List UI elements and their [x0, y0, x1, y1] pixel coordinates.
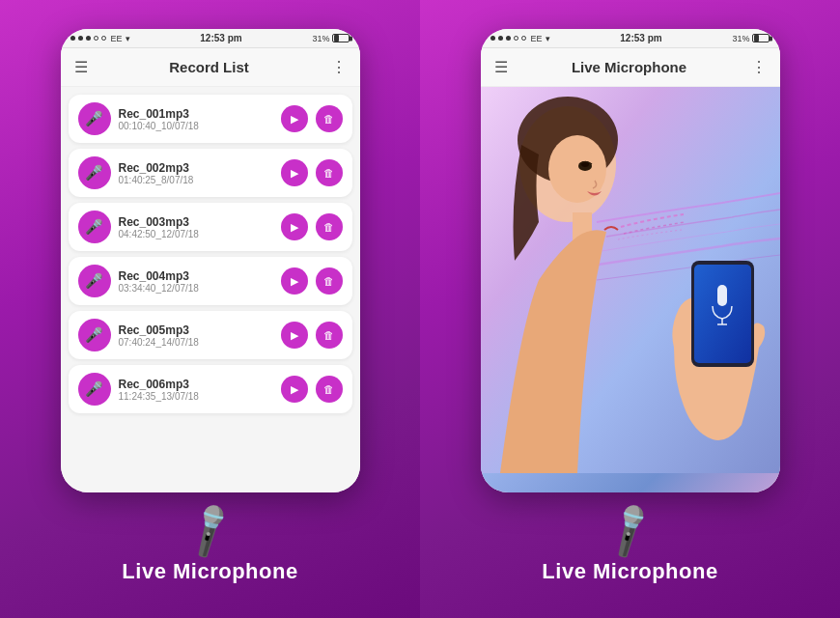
delete-btn-1[interactable]: 🗑 — [316, 105, 343, 132]
left-status-bar: EE ▾ 12:53 pm 31% — [61, 29, 360, 48]
r-signal-dot-1 — [490, 36, 495, 41]
left-app-header: ☰ Record List ⋮ — [61, 48, 360, 87]
record-name-6: Rec_006mp3 — [119, 378, 273, 391]
right-battery-pct: 31% — [732, 34, 749, 43]
right-battery-fill — [754, 35, 759, 42]
record-time-2: 01:40:25_8/07/18 — [119, 175, 273, 185]
record-info-2: Rec_002mp3 01:40:25_8/07/18 — [119, 161, 273, 185]
play-btn-3[interactable]: ▶ — [281, 213, 308, 240]
mic-icon-2: 🎤 — [78, 156, 111, 189]
mic-icon-4: 🎤 — [78, 265, 111, 297]
left-header-title: Record List — [88, 59, 331, 75]
record-info-4: Rec_004mp3 03:34:40_12/07/18 — [119, 269, 273, 294]
mic-icon-6: 🎤 — [78, 373, 111, 406]
record-item-1: 🎤 Rec_001mp3 00:10:40_10/07/18 ▶ 🗑 — [69, 95, 352, 143]
right-bottom-section: 🎤 Live Microphone — [542, 492, 717, 596]
mic-icon-3: 🎤 — [78, 211, 111, 243]
right-more-icon[interactable]: ⋮ — [751, 58, 767, 76]
hero-image — [481, 87, 780, 492]
svg-rect-8 — [694, 265, 751, 363]
record-item-6: 🎤 Rec_006mp3 11:24:35_13/07/18 ▶ 🗑 — [69, 365, 352, 413]
mic-icon-1: 🎤 — [78, 102, 111, 135]
right-app-header: ☰ Live Microphone ⋮ — [481, 48, 780, 87]
signal-dot-1 — [70, 36, 75, 41]
right-carrier-label: EE — [531, 34, 543, 43]
record-item-2: 🎤 Rec_002mp3 01:40:25_8/07/18 ▶ 🗑 — [69, 149, 352, 197]
left-mic-large-icon: 🎤 — [178, 499, 242, 563]
delete-btn-6[interactable]: 🗑 — [316, 376, 343, 403]
right-panel: EE ▾ 12:53 pm 31% ☰ Live Microphone ⋮ — [420, 0, 840, 618]
delete-btn-3[interactable]: 🗑 — [316, 213, 343, 240]
record-info-5: Rec_005mp3 07:40:24_14/07/18 — [119, 323, 273, 348]
record-info-1: Rec_001mp3 00:10:40_10/07/18 — [119, 107, 273, 131]
right-phone-frame: EE ▾ 12:53 pm 31% ☰ Live Microphone ⋮ — [481, 29, 780, 492]
record-time-5: 07:40:24_14/07/18 — [119, 337, 273, 348]
record-time-4: 03:34:40_12/07/18 — [119, 283, 273, 294]
wifi-icon: ▾ — [126, 34, 130, 43]
play-btn-5[interactable]: ▶ — [281, 322, 308, 349]
right-status-left: EE ▾ — [490, 34, 550, 43]
r-signal-dot-2 — [498, 36, 503, 41]
signal-dot-3 — [86, 36, 91, 41]
right-battery-icon — [752, 34, 770, 42]
r-signal-dot-5 — [521, 36, 526, 41]
svg-rect-9 — [717, 285, 727, 306]
record-info-3: Rec_003mp3 04:42:50_12/07/18 — [119, 215, 273, 239]
delete-btn-4[interactable]: 🗑 — [316, 267, 343, 295]
left-phone-frame: EE ▾ 12:53 pm 31% ☰ Record List ⋮ 🎤 Rec_… — [61, 29, 360, 492]
right-app-title: Live Microphone — [542, 559, 717, 584]
record-name-3: Rec_003mp3 — [119, 215, 273, 229]
play-btn-1[interactable]: ▶ — [281, 105, 308, 132]
right-mic-large-icon: 🎤 — [598, 499, 662, 563]
right-hamburger-menu[interactable]: ☰ — [494, 58, 508, 76]
signal-dot-4 — [94, 36, 98, 41]
battery-fill — [334, 35, 339, 42]
record-list: 🎤 Rec_001mp3 00:10:40_10/07/18 ▶ 🗑 🎤 Rec… — [61, 87, 360, 492]
battery-icon — [332, 34, 350, 42]
record-name-5: Rec_005mp3 — [119, 323, 273, 337]
carrier-label: EE — [111, 34, 123, 43]
signal-dot-2 — [78, 36, 83, 41]
right-time: 12:53 pm — [620, 33, 661, 43]
right-status-right: 31% — [732, 34, 770, 43]
record-name-4: Rec_004mp3 — [119, 269, 273, 283]
left-app-title: Live Microphone — [122, 559, 297, 584]
delete-btn-2[interactable]: 🗑 — [316, 159, 343, 186]
hamburger-menu[interactable]: ☰ — [74, 58, 88, 76]
record-time-1: 00:10:40_10/07/18 — [119, 121, 273, 131]
right-wifi-icon: ▾ — [546, 34, 550, 43]
play-btn-2[interactable]: ▶ — [281, 159, 308, 186]
record-info-6: Rec_006mp3 11:24:35_13/07/18 — [119, 378, 273, 402]
record-time-6: 11:24:35_13/07/18 — [119, 391, 273, 402]
left-time: 12:53 pm — [200, 33, 241, 43]
play-btn-4[interactable]: ▶ — [281, 267, 308, 295]
play-btn-6[interactable]: ▶ — [281, 376, 308, 403]
r-signal-dot-3 — [506, 36, 511, 41]
signal-dot-5 — [101, 36, 106, 41]
r-signal-dot-4 — [514, 36, 518, 41]
status-right: 31% — [312, 34, 350, 43]
record-time-3: 04:42:50_12/07/18 — [119, 229, 273, 239]
hero-svg — [481, 87, 780, 473]
record-item-3: 🎤 Rec_003mp3 04:42:50_12/07/18 ▶ 🗑 — [69, 203, 352, 251]
record-item-4: 🎤 Rec_004mp3 03:34:40_12/07/18 ▶ 🗑 — [69, 257, 352, 305]
record-name-1: Rec_001mp3 — [119, 107, 273, 121]
mic-icon-5: 🎤 — [78, 319, 111, 351]
left-bottom-section: 🎤 Live Microphone — [122, 492, 297, 596]
left-more-icon[interactable]: ⋮ — [331, 58, 347, 76]
right-header-title: Live Microphone — [508, 59, 751, 75]
svg-point-3 — [548, 135, 606, 203]
record-name-2: Rec_002mp3 — [119, 161, 273, 175]
battery-pct: 31% — [312, 34, 329, 43]
left-panel: EE ▾ 12:53 pm 31% ☰ Record List ⋮ 🎤 Rec_… — [0, 0, 420, 618]
right-status-bar: EE ▾ 12:53 pm 31% — [481, 29, 780, 48]
record-item-5: 🎤 Rec_005mp3 07:40:24_14/07/18 ▶ 🗑 — [69, 311, 352, 359]
delete-btn-5[interactable]: 🗑 — [316, 322, 343, 349]
status-left: EE ▾ — [70, 34, 130, 43]
